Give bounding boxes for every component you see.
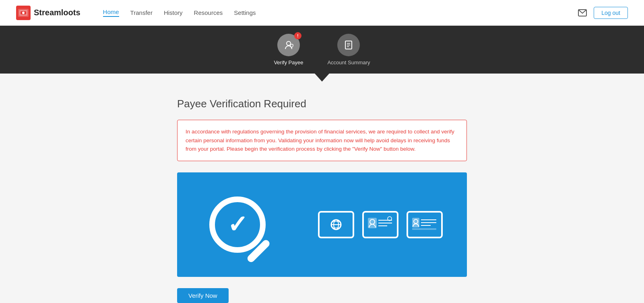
svg-point-4 <box>22 12 25 14</box>
header: Streamloots Home Transfer History Resour… <box>0 0 644 26</box>
main-nav: Home Transfer History Resources Settings <box>103 8 256 17</box>
drivers-license-icon <box>407 211 443 238</box>
checkmark-icon: ✓ <box>227 213 248 237</box>
nav-transfer[interactable]: Transfer <box>130 9 153 16</box>
page-title: Payee Verification Required <box>177 98 467 110</box>
mag-handle <box>246 238 271 263</box>
verification-image: ✓ <box>177 172 467 277</box>
step-account-summary-label: Account Summary <box>327 59 370 66</box>
step-verify-payee-circle: ! <box>277 34 300 56</box>
svg-rect-27 <box>412 228 436 230</box>
magnifying-glass-icon: ✓ <box>209 197 266 253</box>
streamloots-logo-icon <box>16 6 31 20</box>
nav-home[interactable]: Home <box>103 8 119 17</box>
verify-now-button[interactable]: Verify Now <box>177 288 229 303</box>
header-left: Streamloots Home Transfer History Resour… <box>16 6 256 20</box>
id-icons <box>318 211 443 238</box>
step-verify-payee: ! Verify Payee <box>274 34 303 66</box>
nav-resources[interactable]: Resources <box>194 9 223 16</box>
step-account-summary: Account Summary <box>327 34 370 66</box>
step-verify-payee-label: Verify Payee <box>274 59 303 66</box>
person-shield-icon <box>283 39 294 51</box>
step-verify-payee-badge: ! <box>294 32 301 39</box>
logo-text: Streamloots <box>34 8 80 17</box>
main-content: Payee Verification Required In accordanc… <box>169 98 475 303</box>
step-account-summary-circle <box>337 34 360 56</box>
stepper-bar: ! Verify Payee Account Summary <box>0 26 644 74</box>
nav-settings[interactable]: Settings <box>234 9 256 16</box>
nav-history[interactable]: History <box>164 9 183 16</box>
logo-link[interactable]: Streamloots <box>16 6 80 20</box>
alert-text: In accordance with regulations governing… <box>186 127 458 154</box>
document-icon <box>343 39 354 51</box>
svg-point-6 <box>287 41 291 45</box>
header-right: Log out <box>578 7 628 19</box>
logout-button[interactable]: Log out <box>594 7 628 19</box>
mag-circle: ✓ <box>209 197 266 253</box>
passport-icon <box>318 211 354 238</box>
stepper-steps: ! Verify Payee Account Summary <box>274 34 370 74</box>
id-card-photo-icon <box>362 211 398 238</box>
alert-box: In accordance with regulations governing… <box>177 120 467 161</box>
mail-icon[interactable] <box>578 8 587 18</box>
